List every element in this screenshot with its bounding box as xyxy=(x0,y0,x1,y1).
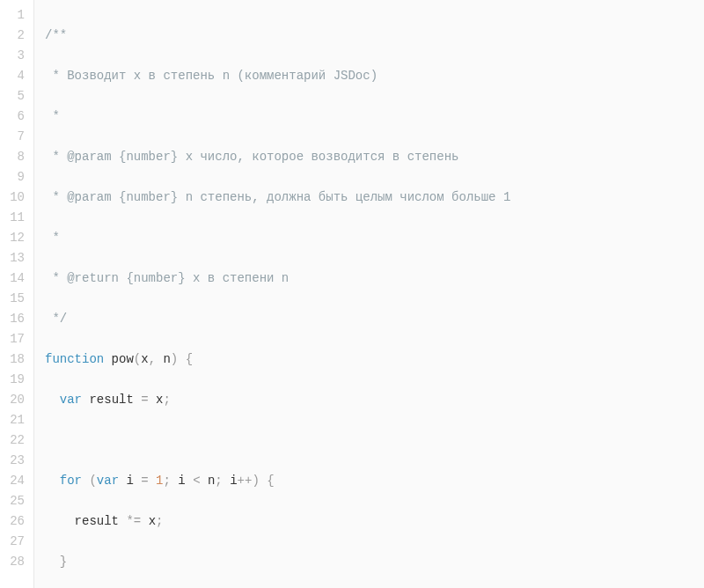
line-number: 26 xyxy=(0,511,25,532)
line-number: 3 xyxy=(0,46,25,66)
line-number: 28 xyxy=(0,552,25,572)
code-line: * @return {number} x в степени n xyxy=(45,268,704,289)
line-number: 4 xyxy=(0,66,25,86)
line-number: 11 xyxy=(0,208,25,228)
code-line: var result = x; xyxy=(45,390,704,410)
line-number: 22 xyxy=(0,430,25,451)
line-number: 12 xyxy=(0,228,25,248)
code-area[interactable]: /** * Возводит x в степень n (комментари… xyxy=(34,0,704,588)
line-number: 20 xyxy=(0,390,25,410)
line-number: 2 xyxy=(0,26,25,46)
code-line: for (var i = 1; i < n; i++) { xyxy=(45,471,704,491)
line-number: 13 xyxy=(0,248,25,268)
code-line: * @param {number} n степень, должна быть… xyxy=(45,187,704,208)
line-number: 17 xyxy=(0,329,25,349)
line-number: 1 xyxy=(0,5,25,26)
line-number: 5 xyxy=(0,86,25,107)
line-number: 23 xyxy=(0,451,25,471)
code-line: } xyxy=(45,552,704,572)
line-number: 24 xyxy=(0,471,25,491)
line-number: 16 xyxy=(0,309,25,329)
line-number: 18 xyxy=(0,349,25,370)
line-number: 14 xyxy=(0,268,25,289)
line-number: 21 xyxy=(0,410,25,430)
line-gutter: 1 2 3 4 5 6 7 8 9 10 11 12 13 14 15 16 1… xyxy=(0,0,34,588)
line-number: 27 xyxy=(0,532,25,552)
code-line: * xyxy=(45,107,704,127)
line-number: 7 xyxy=(0,127,25,147)
code-line: */ xyxy=(45,309,704,329)
code-line: result *= x; xyxy=(45,511,704,532)
code-line xyxy=(45,430,704,451)
line-number: 6 xyxy=(0,107,25,127)
line-number: 19 xyxy=(0,370,25,390)
line-number: 10 xyxy=(0,187,25,208)
code-line: function pow(x, n) { xyxy=(45,349,704,370)
line-number: 8 xyxy=(0,147,25,167)
code-line: /** xyxy=(45,26,704,46)
line-number: 15 xyxy=(0,289,25,309)
line-number: 9 xyxy=(0,167,25,187)
code-editor: 1 2 3 4 5 6 7 8 9 10 11 12 13 14 15 16 1… xyxy=(0,0,704,588)
line-number: 25 xyxy=(0,491,25,511)
code-line: * Возводит x в степень n (комментарий JS… xyxy=(45,66,704,86)
code-line: * xyxy=(45,228,704,248)
code-line: * @param {number} x число, которое возво… xyxy=(45,147,704,167)
